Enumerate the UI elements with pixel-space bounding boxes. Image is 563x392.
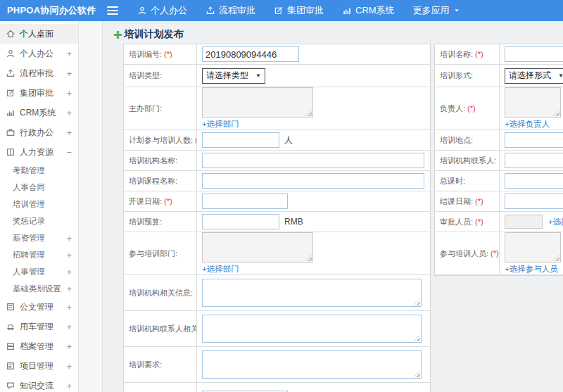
sidebar-subitem-label: 人事合同: [13, 182, 45, 193]
expand-icon[interactable]: +: [66, 322, 72, 331]
topnav-item-crm-system[interactable]: CRM系统: [333, 0, 404, 21]
topnav-item-group-approval[interactable]: 集团审批: [265, 0, 333, 21]
sidebar-subitem-training-mgmt[interactable]: 培训管理: [0, 196, 78, 213]
topnav-item-personal-office[interactable]: 个人办公: [128, 0, 196, 21]
org-contact-input[interactable]: [505, 153, 563, 168]
host-department-select-link[interactable]: +选择部门: [202, 119, 239, 129]
training-name-label: 培训名称:(*): [435, 44, 500, 64]
form-row-training-name: 培训名称:(*): [435, 44, 563, 65]
topnav-item-workflow-approval[interactable]: 流程审批: [196, 0, 265, 21]
training-budget-label: 培训预算:: [124, 212, 197, 232]
sidebar-item-vehicle-mgmt[interactable]: 用车管理+: [0, 317, 78, 336]
sidebar-item-document-mgmt[interactable]: 公文管理+: [0, 297, 78, 317]
expand-icon[interactable]: +: [66, 89, 72, 98]
approvers-box[interactable]: [505, 215, 543, 229]
attachment-doc-label: 附件文档:: [124, 383, 197, 392]
org-contact-info-textarea[interactable]: [202, 315, 422, 343]
sidebar-subitem-base-category-set[interactable]: 基础类别设置+: [0, 280, 78, 297]
sidebar-subitem-reward-records[interactable]: 奖惩记录: [0, 213, 78, 229]
hr-icon: [6, 147, 15, 157]
sidebar-subitem-salary-mgmt[interactable]: 薪资管理+: [0, 229, 78, 246]
sidebar-item-label: 个人桌面: [20, 28, 53, 40]
form-row-total-hours: 总课时:: [435, 171, 563, 191]
training-place-input[interactable]: [505, 132, 563, 148]
course-name-input[interactable]: [202, 173, 424, 189]
form-row-org-info: 培训机构相关信息:: [124, 275, 430, 311]
chart-icon: [6, 108, 15, 118]
total-hours-label: 总课时:: [435, 171, 500, 191]
expand-icon[interactable]: +: [66, 284, 72, 293]
training-type-select[interactable]: 请选择类型▼: [202, 68, 265, 84]
form-row-host-department: 主办部门:+选择部门: [124, 87, 430, 130]
org-info-textarea[interactable]: [202, 279, 422, 307]
training-budget-input[interactable]: [202, 214, 279, 229]
process-icon: [6, 68, 15, 78]
form-row-training-no: 培训编号:(*): [124, 44, 430, 65]
select-caret-icon: ▼: [255, 72, 261, 79]
expand-icon[interactable]: +: [66, 128, 72, 137]
top-navbar: PHPOA协同办公软件 个人办公流程审批集团审批CRM系统更多应用: [0, 0, 563, 21]
host-department-textarea[interactable]: [202, 87, 313, 118]
topnav-item-more-apps[interactable]: 更多应用: [404, 0, 469, 21]
sidebar-item-crm-system[interactable]: CRM系统+: [0, 103, 78, 122]
org-info-field: [197, 275, 430, 310]
form-row-training-form: 培训形式:请选择形式▼: [435, 65, 563, 87]
expand-icon[interactable]: +: [66, 342, 72, 351]
person-in-charge-field: +选择负责人: [500, 87, 563, 129]
training-require-textarea[interactable]: [202, 350, 422, 379]
sidebar: 个人桌面个人办公+流程审批+集团审批+CRM系统+行政办公+人力资源−考勤管理人…: [0, 21, 79, 392]
sidebar-subitem-recruit-mgmt[interactable]: 招聘管理+: [0, 246, 78, 263]
expand-icon[interactable]: +: [66, 381, 72, 391]
expand-icon[interactable]: +: [66, 303, 72, 312]
expand-icon[interactable]: +: [66, 69, 72, 78]
sidebar-item-personal-desktop[interactable]: 个人桌面: [0, 24, 78, 44]
sidebar-item-admin-office[interactable]: 行政办公+: [0, 122, 78, 142]
menu-icon[interactable]: [107, 6, 118, 15]
start-date-input[interactable]: [202, 194, 288, 209]
sidebar-item-knowledge-exchange[interactable]: 知识交流+: [0, 376, 78, 392]
total-hours-input[interactable]: [505, 173, 563, 189]
host-department-label: 主办部门:: [124, 87, 197, 129]
planned-trainees-input[interactable]: [202, 132, 279, 148]
sidebar-subitem-personnel-mgmt[interactable]: 人事管理+: [0, 263, 78, 280]
join-trainees-textarea[interactable]: [505, 232, 561, 263]
end-date-input[interactable]: [505, 194, 563, 209]
training-budget-field: RMB: [197, 212, 430, 232]
training-form-select[interactable]: 请选择形式▼: [505, 68, 563, 84]
edit-icon: [6, 88, 15, 98]
training-no-input[interactable]: [202, 46, 299, 62]
person-in-charge-textarea[interactable]: [505, 87, 561, 118]
expand-icon[interactable]: +: [66, 251, 72, 260]
training-form-right: 培训名称:(*)培训形式:请选择形式▼负责人:(*)+选择负责人培训地点:培训机…: [434, 44, 563, 276]
person-in-charge-label: 负责人:(*): [435, 87, 500, 129]
expand-icon[interactable]: +: [66, 267, 72, 277]
sidebar-item-group-approval[interactable]: 集团审批+: [0, 83, 78, 103]
org-name-input[interactable]: [202, 153, 424, 168]
training-type-selected-value: 请选择类型: [206, 70, 248, 82]
sidebar-item-project-mgmt[interactable]: 项目管理+: [0, 356, 78, 376]
approvers-label: 审批人员:(*): [435, 212, 500, 232]
sidebar-subitem-personnel-contract[interactable]: 人事合同: [0, 179, 78, 196]
training-no-label: 培训编号:(*): [124, 44, 197, 64]
expand-icon[interactable]: +: [66, 362, 72, 371]
sidebar-subitem-attendance-mgmt[interactable]: 考勤管理: [0, 162, 78, 179]
join-departments-textarea[interactable]: [202, 232, 313, 263]
app-logo[interactable]: PHPOA协同办公软件: [0, 4, 103, 17]
sidebar-item-human-resources[interactable]: 人力资源−: [0, 142, 78, 162]
expand-icon[interactable]: +: [66, 234, 72, 243]
sidebar-item-personal-office[interactable]: 个人办公+: [0, 44, 78, 63]
required-marker: (*): [475, 197, 483, 206]
end-date-field: [500, 191, 563, 211]
person-in-charge-select-link[interactable]: +选择负责人: [505, 119, 550, 129]
join-departments-select-link[interactable]: +选择部门: [202, 264, 239, 274]
training-name-input[interactable]: [505, 46, 563, 62]
form-row-org-contact-info: 培训机构联系人相关信息:: [124, 311, 430, 347]
join-trainees-select-link[interactable]: +选择参与人员: [505, 264, 558, 274]
sidebar-item-archive-mgmt[interactable]: 档案管理+: [0, 336, 78, 356]
approvers-select-link[interactable]: +选择审批人员: [548, 217, 563, 227]
required-marker: (*): [164, 197, 172, 206]
collapse-icon[interactable]: −: [66, 148, 72, 157]
expand-icon[interactable]: +: [66, 49, 72, 58]
sidebar-item-workflow-approval[interactable]: 流程审批+: [0, 63, 78, 83]
expand-icon[interactable]: +: [66, 108, 72, 118]
